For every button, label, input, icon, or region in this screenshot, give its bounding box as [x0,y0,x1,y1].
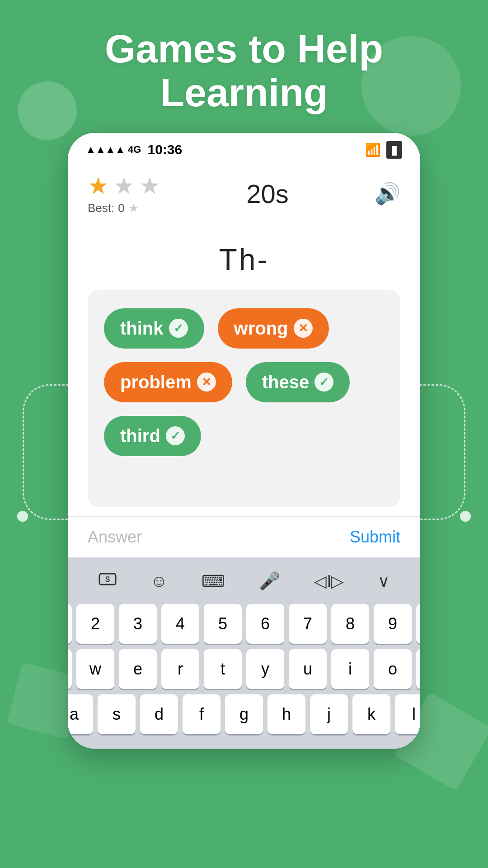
keyboard-toolbar-mic[interactable]: 🎤 [253,567,286,594]
wifi-icon: 📶 [365,142,381,157]
keyboard-toolbar-swype[interactable]: S [93,566,122,596]
key-o[interactable]: o [374,649,412,689]
key-e[interactable]: e [119,649,157,689]
check-icon-these: ✓ [314,373,333,392]
key-t[interactable]: t [204,649,242,689]
key-i[interactable]: i [331,649,369,689]
star-3: ★ [139,172,160,199]
keyboard-toolbar: S ☺ ⌨ 🎤 ◁I▷ ∨ [68,557,420,601]
cursor-icon: ◁I▷ [314,572,344,590]
hide-icon: ∨ [378,572,389,590]
key-row-2: a s d f g h j k l [71,694,417,734]
word-chip-third[interactable]: third ✓ [104,416,201,456]
word-label-wrong: wrong [234,318,288,339]
key-4[interactable]: 4 [161,604,199,644]
battery-icon: ▮ [386,141,402,159]
word-row-0: think ✓ wrong ✕ [104,308,384,349]
keyboard-toolbar-cursor[interactable]: ◁I▷ [309,568,349,594]
emoji-icon: ☺ [150,571,168,590]
status-bar: ▲▲▲▲ 4G 10:36 📶 ▮ [68,133,420,163]
answer-row: Answer Submit [68,516,420,557]
key-s[interactable]: s [98,694,136,734]
key-u[interactable]: u [289,649,327,689]
keyboard-toolbar-hide[interactable]: ∨ [372,568,395,594]
deco-dot-left [17,511,28,522]
prompt-text: Th- [219,243,269,276]
submit-button[interactable]: Submit [350,528,400,547]
prompt-area: Th- [68,220,420,290]
svg-text:S: S [105,576,110,583]
app-header: ★ ★ ★ Best: 0 ★ 20s 🔊 [68,163,420,220]
word-label-these: these [262,372,310,392]
sound-button[interactable]: 🔊 [375,181,400,206]
word-chip-problem[interactable]: problem ✕ [104,362,232,402]
word-label-problem: problem [120,372,192,392]
check-icon-third: ✓ [166,426,185,445]
x-icon-wrong: ✕ [294,319,313,338]
deco-dot-right [460,511,471,522]
key-0[interactable]: 0 [416,604,420,644]
answer-input[interactable]: Answer [88,528,142,547]
word-chip-wrong[interactable]: wrong ✕ [218,308,329,349]
word-grid: think ✓ wrong ✕ problem ✕ these ✓ third … [88,290,400,507]
best-row: Best: 0 ★ [88,201,139,215]
signal-icon: ▲▲▲▲ [86,144,125,156]
key-a[interactable]: a [68,694,93,734]
keyboard-rows: 1 2 3 4 5 6 7 8 9 0 q w e r t y u i o p … [68,601,420,749]
word-row-1: problem ✕ these ✓ [104,362,384,402]
timer-display: 20s [246,179,289,209]
best-value: 0 [118,201,124,215]
mic-icon: 🎤 [259,571,280,590]
clock: 10:36 [147,142,182,157]
key-l[interactable]: l [395,694,420,734]
key-9[interactable]: 9 [374,604,412,644]
word-label-think: think [120,318,164,339]
key-2[interactable]: 2 [76,604,114,644]
key-7[interactable]: 7 [289,604,327,644]
key-row-1: q w e r t y u i o p [71,649,417,689]
key-r[interactable]: r [161,649,199,689]
best-star-icon: ★ [128,201,139,215]
key-5[interactable]: 5 [204,604,242,644]
key-p[interactable]: p [416,649,420,689]
word-row-2: third ✓ [104,416,384,456]
key-6[interactable]: 6 [246,604,284,644]
number-row: 1 2 3 4 5 6 7 8 9 0 [71,604,417,644]
key-k[interactable]: k [352,694,390,734]
key-j[interactable]: j [310,694,348,734]
keyboard-icon: ⌨ [202,572,225,590]
word-chip-think[interactable]: think ✓ [104,308,204,349]
key-y[interactable]: y [246,649,284,689]
phone-frame: ▲▲▲▲ 4G 10:36 📶 ▮ ★ ★ ★ Best: 0 ★ 20s 🔊 … [68,133,420,749]
key-q[interactable]: q [68,649,72,689]
key-d[interactable]: d [140,694,178,734]
check-icon-think: ✓ [169,319,188,338]
key-h[interactable]: h [267,694,305,734]
network-type: 4G [128,144,141,156]
stars-row: ★ ★ ★ [88,172,160,199]
star-1: ★ [88,172,109,199]
x-icon-problem: ✕ [197,373,216,392]
stars-section: ★ ★ ★ Best: 0 ★ [88,172,160,215]
key-3[interactable]: 3 [119,604,157,644]
keyboard-toolbar-emoji[interactable]: ☺ [145,568,174,594]
key-g[interactable]: g [225,694,263,734]
best-label: Best: [88,201,114,215]
key-1[interactable]: 1 [68,604,72,644]
key-f[interactable]: f [183,694,221,734]
key-w[interactable]: w [76,649,114,689]
swype-icon: S [99,570,117,588]
word-label-third: third [120,426,160,446]
keyboard-toolbar-keyboard[interactable]: ⌨ [196,568,230,594]
page-title: Games to Help Learning [27,27,461,115]
word-chip-these[interactable]: these ✓ [246,362,350,402]
key-8[interactable]: 8 [331,604,369,644]
header-section: Games to Help Learning [0,0,488,133]
star-2: ★ [113,172,135,199]
